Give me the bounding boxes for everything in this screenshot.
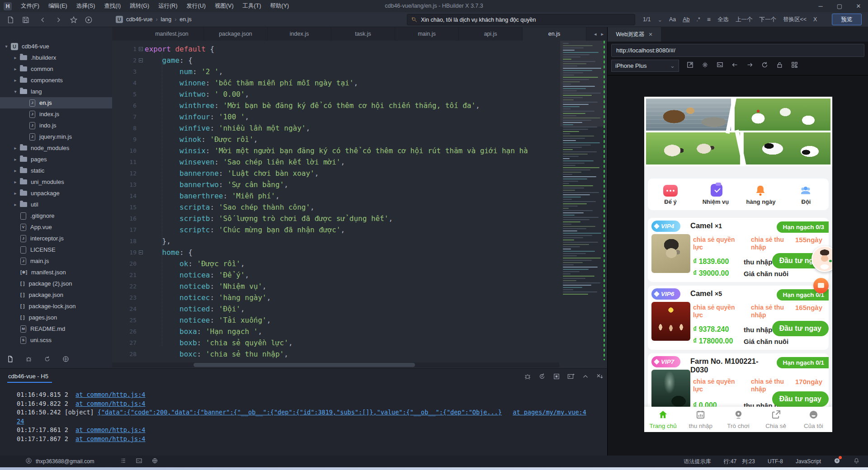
run-icon[interactable] — [83, 14, 94, 25]
chevron-open-icon[interactable] — [12, 89, 19, 94]
sync-view-icon[interactable] — [43, 355, 51, 365]
tree-item-package.json[interactable]: package.json — [0, 289, 112, 301]
update-download-icon[interactable] — [834, 457, 840, 465]
tree-item-uni_modules[interactable]: uni_modules — [0, 176, 112, 188]
tab-api.js[interactable]: api.js — [459, 27, 523, 41]
tree-item-interceptor.js[interactable]: interceptor.js — [0, 233, 112, 244]
devtools-console-icon[interactable] — [716, 61, 724, 70]
browser-tab[interactable]: Web浏览器 — [608, 27, 661, 42]
nav-item-share[interactable]: Chia sẻ — [757, 407, 795, 432]
menu-item-3[interactable]: 查找(I) — [99, 0, 125, 12]
menu-item-1[interactable]: 编辑(E) — [44, 0, 72, 12]
outline-list-icon[interactable] — [120, 457, 127, 465]
syntax-lib-label[interactable]: 语法提示库 — [684, 458, 711, 465]
tree-item-pages[interactable]: pages — [0, 154, 112, 165]
invest-button[interactable]: Đầu tư ngay — [772, 391, 829, 407]
qr-code-icon[interactable] — [791, 61, 798, 70]
menu-item-4[interactable]: 跳转(G) — [125, 0, 154, 12]
regex-toggle[interactable]: .* — [696, 16, 700, 23]
tree-item-uni.scss[interactable]: uni.scss — [0, 334, 112, 346]
invest-button[interactable]: Đầu tư ngay — [772, 321, 829, 336]
refresh-icon[interactable] — [761, 61, 769, 70]
minimize-icon[interactable] — [811, 0, 830, 12]
search-box[interactable] — [407, 14, 635, 25]
tab-main.js[interactable]: main.js — [395, 27, 459, 41]
notice-notice[interactable]: Để ý — [648, 179, 693, 210]
unlock-icon[interactable] — [776, 61, 783, 70]
filter-icon[interactable] — [707, 16, 711, 23]
console-tab[interactable]: cdb46-vue - H5 — [8, 373, 48, 380]
nav-forward-icon[interactable] — [746, 61, 754, 70]
url-input[interactable] — [616, 47, 859, 54]
tree-item-App.vue[interactable]: App.vue — [0, 221, 112, 233]
nav-item-game[interactable]: Trò chơi — [719, 407, 757, 432]
fold-marker[interactable] — [137, 43, 145, 55]
notice-daily[interactable]: hàng ngày — [738, 179, 783, 210]
chevron-closed-icon[interactable] — [12, 78, 19, 83]
encoding-label[interactable]: UTF-8 — [768, 458, 783, 465]
star-icon[interactable] — [68, 14, 79, 25]
account-section[interactable]: thxp363688@gmail.com — [25, 457, 94, 465]
fold-collapse-icon[interactable] — [139, 47, 143, 51]
chevron-down-icon[interactable] — [657, 16, 662, 23]
tree-item-indo.js[interactable]: indo.js — [0, 120, 112, 131]
maximize-icon[interactable] — [830, 0, 849, 12]
new-terminal-icon[interactable] — [567, 372, 575, 382]
clear-console-icon[interactable] — [596, 372, 604, 382]
nav-item-home[interactable]: Trang chủ — [644, 407, 682, 432]
chevron-closed-icon[interactable] — [12, 191, 19, 196]
log-link[interactable]: at common/http.js:4 — [75, 435, 145, 442]
tree-item-jquery.min.js[interactable]: jquery.min.js — [0, 131, 112, 142]
tree-item-static[interactable]: static — [0, 165, 112, 176]
cursor-line[interactable]: 行:47 — [724, 458, 737, 465]
tab-package.json[interactable]: package.json — [204, 27, 268, 41]
open-external-icon[interactable] — [686, 61, 694, 70]
sheep-photo[interactable] — [646, 132, 740, 164]
log-link[interactable]: at common/http.js:4 — [75, 426, 145, 433]
tree-item-pages.json[interactable]: pages.json — [0, 312, 112, 323]
preview-button[interactable]: 预览 — [832, 14, 862, 25]
match-case-toggle[interactable]: Aa — [669, 16, 676, 23]
fold-marker[interactable] — [137, 55, 145, 66]
chevron-open-icon[interactable] — [3, 44, 10, 49]
replace-expand-button[interactable]: 替换区<< — [783, 16, 807, 24]
tree-item-cdb46-vue[interactable]: cdb46-vue — [0, 41, 112, 52]
tree-item-util[interactable]: util — [0, 199, 112, 210]
breadcrumb-item[interactable]: cdb46-vue — [126, 16, 152, 23]
tab-scroll-left-icon[interactable] — [594, 31, 597, 37]
vip-card-VIP4[interactable]: VIP4Camel ×1Hạn ngạch 0/3chia sẻ quyền l… — [648, 218, 829, 282]
menu-item-0[interactable]: 文件(F) — [16, 0, 44, 12]
fold-marker[interactable] — [137, 247, 145, 258]
chickens-photo[interactable] — [735, 99, 830, 131]
menu-item-6[interactable]: 发行(U) — [182, 0, 210, 12]
breadcrumb-item[interactable]: en.js — [179, 16, 191, 23]
notice-task[interactable]: Nhiệm vụ — [693, 179, 738, 210]
find-next-button[interactable]: 下一个 — [759, 16, 776, 24]
tree-item-package-lock.json[interactable]: package-lock.json — [0, 301, 112, 312]
collapse-panel-icon[interactable] — [581, 372, 590, 382]
tab-en.js[interactable]: en.js — [523, 27, 586, 41]
chevron-closed-icon[interactable] — [12, 146, 19, 150]
back-icon[interactable] — [37, 14, 48, 25]
forward-icon[interactable] — [52, 14, 64, 25]
language-label[interactable]: JavaScript — [796, 458, 821, 465]
tree-item-.hbuilderx[interactable]: .hbuilderx — [0, 52, 112, 63]
farm-banner-collage[interactable] — [644, 97, 832, 166]
gear-icon[interactable] — [701, 61, 709, 70]
close-icon[interactable] — [648, 31, 652, 38]
nav-back-icon[interactable] — [731, 61, 739, 70]
tree-item-package (2).json[interactable]: package (2).json — [0, 278, 112, 289]
nav-item-calendar[interactable]: thu nhập — [682, 407, 719, 432]
tab-task.js[interactable]: task.js — [331, 27, 395, 41]
find-prev-button[interactable]: 上一个 — [736, 16, 753, 24]
tab-manifest.json[interactable]: manifest.json — [140, 27, 204, 41]
new-file-icon[interactable] — [5, 14, 16, 25]
gift-float-icon[interactable] — [813, 278, 829, 293]
nav-item-me[interactable]: Của tôi — [795, 407, 832, 432]
tree-item-unpackage[interactable]: unpackage — [0, 188, 112, 199]
chevron-closed-icon[interactable] — [12, 179, 19, 184]
menu-item-5[interactable]: 运行(R) — [154, 0, 182, 12]
breadcrumb-item[interactable]: lang — [161, 16, 172, 23]
minimap[interactable] — [560, 41, 605, 360]
files-view-icon[interactable] — [6, 355, 14, 365]
